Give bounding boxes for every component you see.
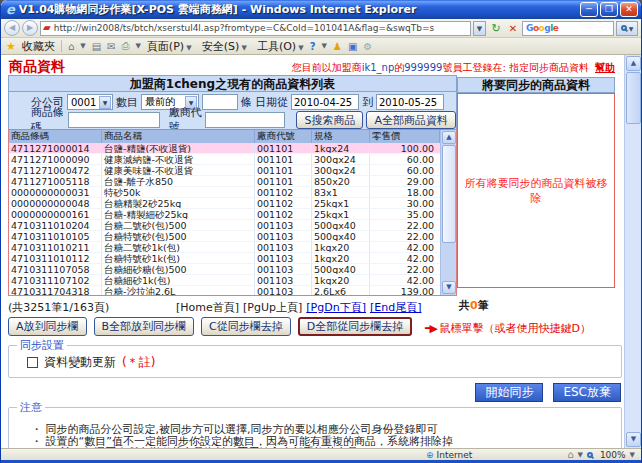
table-row[interactable]: 4711271005118台鹽-離子水850001101850x2029.00	[9, 176, 440, 187]
address-bar: ◀ ▶ ▰ http://win2008/ts/btch/xserstul4l.…	[1, 19, 641, 38]
table-cell: 500gx40	[312, 220, 370, 230]
messenger-icon[interactable]: ♟	[333, 41, 342, 52]
feeds-icon[interactable]: ▤	[92, 41, 101, 52]
table-row[interactable]: 4711271000014台鹽-精鹽(不收退貨)0011011kgx24100.…	[9, 143, 440, 154]
barcode-input[interactable]	[68, 112, 160, 128]
sync-count-text: 共0筆	[459, 298, 489, 313]
date-from-input[interactable]	[291, 94, 359, 110]
toolbar-menu[interactable]: 工具(O) ▼	[257, 39, 304, 54]
table-row[interactable]: 4710311010211台糖二號砂1k(包)0011031kgx2042.00	[9, 242, 440, 253]
table-cell: 300gx24	[312, 165, 370, 175]
table-row[interactable]: 0000000000048台糖精製2砂25kg00110225kgx130.00	[9, 198, 440, 209]
table-cell: 001101	[255, 154, 312, 164]
all-products-button[interactable]: A全部商品資料	[366, 111, 456, 129]
table-header-row: 商品條碼商品名稱廠商代號規格零售價	[9, 130, 456, 143]
research-icon[interactable]: ▣	[348, 41, 357, 52]
branch-select[interactable]: 0001▼	[67, 94, 113, 110]
help-icon[interactable]: ?	[310, 41, 316, 52]
sync-action-buttons: A放到同步欄B全部放到同步欄C從同步欄去掉D全部從同步欄去掉	[8, 317, 412, 336]
refresh-icon[interactable]: ↻	[488, 22, 504, 35]
forward-button[interactable]: ▶	[22, 20, 38, 36]
date-to-input[interactable]	[376, 94, 444, 110]
search-products-button[interactable]: S搜索商品	[296, 111, 363, 129]
sync-action-button[interactable]: D全部從同步欄去掉	[298, 317, 412, 336]
page-nav-item[interactable]: [PgUp上頁]	[243, 300, 302, 315]
zoom-level[interactable]: 100%	[600, 450, 626, 460]
restore-button[interactable]: ❐	[600, 2, 618, 17]
table-row[interactable]: 4711271000090健康減納鹽-不收退貨001101300gx2460.0…	[9, 154, 440, 165]
table-row[interactable]: 4711271000472健康美味鹽-不收退貨001101300gx2460.0…	[9, 165, 440, 176]
address-input[interactable]: ▰ http://win2008/ts/btch/xserstul4l.asp?…	[40, 21, 471, 36]
scrollbar-thumb[interactable]	[442, 145, 456, 243]
back-button[interactable]: ◀	[4, 20, 20, 36]
favorites-label[interactable]: 收藏夾	[22, 39, 55, 54]
protected-mode-icon[interactable]: ⌂	[567, 449, 573, 460]
table-scrollbar[interactable]: ▲ ▼	[440, 130, 456, 295]
zoom-icon	[587, 452, 593, 458]
table-row[interactable]: 0000000000031特砂50k00110283x118.00	[9, 187, 440, 198]
data-update-checkbox[interactable]	[27, 357, 38, 368]
print-dropdown-icon[interactable]: ▼	[135, 42, 140, 50]
vendor-input[interactable]	[205, 112, 285, 128]
table-row[interactable]: 4710311107102台糖細砂1k(包)0011031kgx2042.00	[9, 275, 440, 286]
sync-panel-box: 所有將要同步的商品資料被移除	[457, 93, 615, 288]
favorites-star-icon[interactable]: ★	[6, 40, 16, 53]
help-link[interactable]: 幫助	[595, 62, 615, 73]
window-titlebar[interactable]: e V1.04購物網同步作業[X-POS 雲端商務網] - Windows In…	[1, 0, 641, 19]
google-logo-icon: Google	[526, 23, 558, 33]
stop-icon[interactable]: ✕	[506, 23, 520, 34]
table-cell: 300gx24	[312, 154, 370, 164]
table-row[interactable]: 0000000000161台糖-精製細砂25kg00110225kgx135.0…	[9, 209, 440, 220]
search-input[interactable]: Google	[522, 21, 614, 36]
print-icon[interactable]: ⎙	[121, 40, 129, 52]
scroll-up-icon[interactable]: ▲	[442, 131, 456, 144]
table-row[interactable]: 4710311704318台糖-沙拉油2.6L0011032.6Lx6139.0…	[9, 286, 440, 295]
minimize-button[interactable]: ─	[580, 2, 598, 17]
sync-action-button[interactable]: C從同步欄去掉	[201, 317, 291, 336]
table-row[interactable]: 4710311010204台糖二號砂(包)500001103500gx4022.…	[9, 220, 440, 231]
table-cell: 139.00	[370, 286, 440, 295]
page-scrollbar[interactable]: ▲ ▼	[624, 55, 641, 448]
scroll-up-icon[interactable]: ▲	[626, 56, 641, 71]
close-button[interactable]: ✕	[620, 2, 638, 17]
security-zone: ⊕ Internet	[426, 450, 472, 460]
table-cell: 台糖二號砂(包)500	[102, 220, 255, 230]
home-dropdown-icon[interactable]: ▼	[80, 42, 85, 50]
scroll-down-icon[interactable]: ▼	[626, 432, 641, 447]
scroll-down-icon[interactable]: ▼	[442, 281, 456, 294]
table-row[interactable]: 4710311107058台糖細砂糖(包)500001103500gx4022.…	[9, 264, 440, 275]
chevron-down-icon[interactable]: ▼	[577, 451, 582, 459]
home-icon[interactable]: ⌂	[68, 41, 74, 52]
table-cell: 台糖特號砂1k(包)	[102, 253, 255, 263]
mail-icon[interactable]: ✉	[107, 41, 115, 52]
count-input[interactable]	[202, 94, 238, 110]
scrollbar-thumb[interactable]	[626, 72, 641, 124]
start-sync-button[interactable]: 開始同步	[475, 383, 543, 402]
toolbar-menu[interactable]: 安全(S) ▼	[202, 39, 247, 54]
login-username: ik1_np	[362, 62, 395, 73]
sync-action-button[interactable]: A放到同步欄	[8, 317, 87, 336]
page-nav-item[interactable]: [End尾頁]	[370, 300, 422, 315]
chevron-down-icon[interactable]: ▼	[630, 451, 635, 459]
url-text: http://win2008/ts/btch/xserstul4l.asp?fr…	[54, 23, 468, 33]
table-cell: 4710311010204	[9, 220, 102, 230]
address-dropdown[interactable]: ▼	[473, 21, 486, 36]
page-nav-item[interactable]: [Home首頁]	[176, 300, 239, 315]
table-cell: 001103	[255, 253, 312, 263]
table-cell: 4711271000472	[9, 165, 102, 175]
toolbar-menu[interactable]: 頁面(P) ▼	[147, 39, 192, 54]
table-row[interactable]: 4710311010105台糖特號砂(包)500001103500gx4022.…	[9, 231, 440, 242]
sync-panel-message: 所有將要同步的商品資料被移除	[458, 176, 614, 206]
help-dropdown-icon[interactable]: ▼	[322, 42, 327, 50]
table-cell: 42.00	[370, 242, 440, 252]
esc-cancel-button[interactable]: ESC放棄	[553, 383, 621, 402]
settings-gear-icon[interactable]: ⚙	[363, 41, 372, 52]
table-cell: 29.00	[370, 176, 440, 186]
table-row[interactable]: 4710311010112台糖特號砂1k(包)0011031kgx2042.00	[9, 253, 440, 264]
search-button[interactable]: ▼	[616, 21, 638, 36]
login-status-text: 您目前以加盟商ik1_np的999999號員工登錄在: 指定同步商品資料幫助	[292, 61, 615, 75]
table-cell: 001103	[255, 275, 312, 285]
page-nav-item[interactable]: [PgDn下頁]	[306, 300, 366, 315]
note-marker: (＊註)	[122, 354, 155, 371]
sync-action-button[interactable]: B全部放到同步欄	[94, 317, 195, 336]
